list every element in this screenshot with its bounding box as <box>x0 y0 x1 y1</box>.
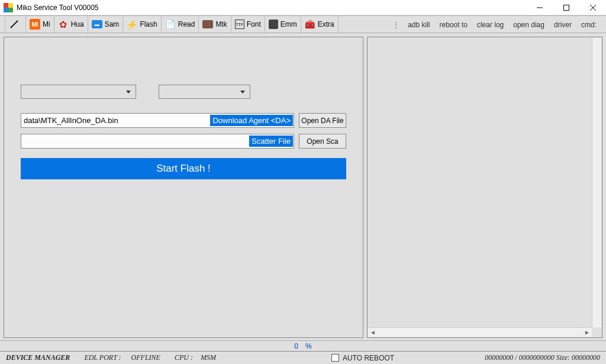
maximize-icon <box>563 5 569 11</box>
mtk-icon <box>202 20 213 28</box>
samsung-icon: ▬ <box>92 20 102 28</box>
svg-point-4 <box>11 27 12 28</box>
da-badge: Download Agent <DA> <box>210 115 293 126</box>
da-file-field[interactable]: data\MTK_AllInOne_DA.bin Download Agent … <box>21 113 294 128</box>
progress-num: 0 <box>294 342 298 350</box>
tool-font[interactable]: TTF Font <box>231 15 265 33</box>
scatter-badge: Scatter File <box>249 136 293 147</box>
action-reboot-to[interactable]: reboot to <box>436 21 471 29</box>
scatter-file-field[interactable]: Scatter File <box>21 134 294 149</box>
scroll-corner <box>592 327 601 337</box>
scroll-right-icon: ► <box>582 328 592 337</box>
tool-mtk[interactable]: Mtk <box>199 15 231 33</box>
maximize-button[interactable] <box>553 0 579 15</box>
svg-rect-1 <box>563 5 569 10</box>
log-panel: ◄ ► <box>367 37 602 338</box>
scrollbar-horizontal[interactable]: ◄ ► <box>368 327 592 337</box>
svg-point-5 <box>17 21 18 22</box>
cpu: CPU : MSM <box>175 353 216 362</box>
wrench-icon <box>9 19 20 30</box>
tool-read[interactable]: 📄 Read <box>162 15 199 33</box>
menu-dots-icon: ⋮ <box>392 21 399 29</box>
titlebar: Miko Service Tool V00005 <box>0 0 606 15</box>
tool-emm[interactable]: Emm <box>265 15 301 33</box>
tool-hua[interactable]: ✿ Hua <box>54 15 88 33</box>
auto-reboot-checkbox[interactable] <box>331 354 339 362</box>
font-icon: TTF <box>235 20 244 29</box>
read-icon: 📄 <box>165 19 176 30</box>
start-flash-button[interactable]: Start Flash ! <box>21 158 346 179</box>
tool-settings[interactable] <box>5 15 26 33</box>
left-panel: data\MTK_AllInOne_DA.bin Download Agent … <box>4 37 363 338</box>
device-manager-link[interactable]: DEVICE MANAGER <box>6 353 70 362</box>
combo-1[interactable] <box>21 85 136 99</box>
progress-bar: 0 % <box>0 340 606 351</box>
toolbar-right: ⋮ adb kill reboot to clear log open diag… <box>392 16 600 34</box>
tool-extra[interactable]: 🧰 Extra <box>301 15 339 33</box>
tool-mi[interactable]: MI Mi <box>26 15 54 33</box>
action-clear-log[interactable]: clear log <box>473 21 507 29</box>
huawei-icon: ✿ <box>58 19 69 30</box>
open-sca-button[interactable]: Open Sca <box>299 134 346 149</box>
minimize-icon <box>537 5 543 11</box>
auto-reboot-label: AUTO REBOOT <box>343 354 394 362</box>
window-title: Miko Service Tool V00005 <box>17 4 99 12</box>
combo-2[interactable] <box>159 85 250 99</box>
action-cmd[interactable]: cmd: <box>578 21 600 29</box>
tool-sam[interactable]: ▬ Sam <box>88 15 124 33</box>
action-adb-kill[interactable]: adb kill <box>404 21 433 29</box>
app-icon <box>4 3 13 12</box>
scroll-left-icon: ◄ <box>368 328 378 337</box>
open-da-button[interactable]: Open DA File <box>299 113 346 128</box>
size-progress: 00000000 / 0000000000 Size: 00000000 <box>485 353 600 362</box>
close-button[interactable] <box>579 0 606 15</box>
toolbar: MI Mi ✿ Hua ▬ Sam ⚡ Flash 📄 Read Mtk TTF… <box>0 15 606 33</box>
minimize-button[interactable] <box>526 0 553 15</box>
tool-flash[interactable]: ⚡ Flash <box>123 15 161 33</box>
action-open-diag[interactable]: open diag <box>510 21 548 29</box>
close-icon <box>590 5 596 11</box>
scrollbar-vertical[interactable] <box>592 38 601 327</box>
da-file-path: data\MTK_AllInOne_DA.bin <box>21 116 210 125</box>
flash-icon: ⚡ <box>127 19 137 30</box>
extra-icon: 🧰 <box>305 19 315 30</box>
statusbar: DEVICE MANAGER EDL PORT : OFFLINE CPU : … <box>0 351 606 364</box>
progress-sym: % <box>305 342 312 350</box>
edl-port: EDL PORT : OFFLINE <box>84 353 160 362</box>
main-area: data\MTK_AllInOne_DA.bin Download Agent … <box>0 33 606 340</box>
action-driver[interactable]: driver <box>550 21 575 29</box>
mi-icon: MI <box>30 19 40 30</box>
chip-icon <box>269 20 278 29</box>
